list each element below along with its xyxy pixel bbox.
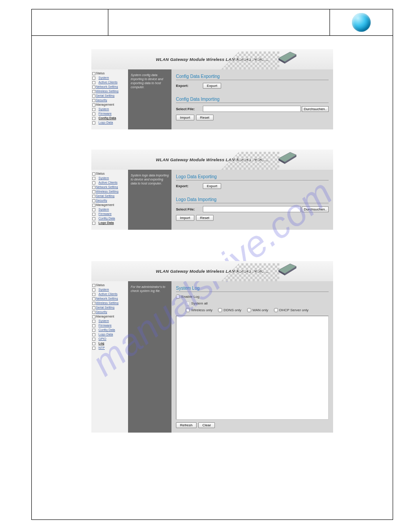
reset-button[interactable]: Reset — [196, 215, 214, 221]
nav-active-clients[interactable]: Active Clients — [98, 81, 117, 84]
svg-marker-10 — [221, 263, 279, 281]
import-button[interactable]: Import — [176, 215, 194, 221]
nav-system[interactable]: System — [98, 76, 109, 79]
nav-mgmt-system[interactable]: System — [98, 107, 109, 111]
nav-sidebar: Status System Active Clients Network Set… — [91, 69, 128, 129]
browse-button[interactable]: Durchsuchen.. — [302, 106, 329, 112]
reset-button[interactable]: Reset — [196, 115, 214, 120]
nav-logo-data[interactable]: Logo Data — [98, 121, 113, 124]
section-title: Config Data Importing — [176, 97, 329, 103]
dhcp-only-checkbox[interactable]: DHCP Server only — [274, 308, 308, 312]
file-input[interactable] — [203, 106, 301, 112]
help-text: System config data importing to device a… — [128, 69, 171, 129]
export-button[interactable]: Export — [203, 183, 221, 189]
frame-header — [32, 9, 393, 36]
enable-log-checkbox[interactable]: Enable Log — [176, 295, 199, 299]
refresh-button[interactable]: Refresh — [176, 422, 197, 428]
wireless-only-checkbox[interactable]: Wireless only — [186, 308, 213, 312]
screenshot-config-data: WLAN Gateway Module Wireless LAN Access … — [91, 49, 333, 129]
nav-logo-data[interactable]: Logo Data — [98, 221, 114, 224]
nav-firmware[interactable]: Firmware — [98, 112, 111, 115]
nav-security[interactable]: Security — [96, 99, 107, 102]
export-button[interactable]: Export — [203, 83, 221, 89]
screenshot-logo-data: WLAN Gateway Module Wireless LAN Access … — [91, 150, 333, 230]
nav-wireless-setting[interactable]: Wireless Setting — [96, 90, 119, 93]
clear-button[interactable]: Clear — [198, 422, 215, 428]
nav-log[interactable]: Log — [98, 342, 104, 345]
import-button[interactable]: Import — [176, 115, 194, 120]
log-textarea[interactable] — [176, 316, 329, 420]
nav-serial-setting[interactable]: Serial Setting — [96, 94, 115, 97]
logo-orb-icon — [352, 13, 371, 32]
system-all-checkbox[interactable]: System all — [186, 301, 208, 305]
file-input[interactable] — [203, 206, 301, 212]
section-title: Config Data Exporting — [176, 74, 329, 80]
ddns-only-checkbox[interactable]: DDNS only — [218, 308, 241, 312]
svg-marker-2 — [221, 51, 279, 69]
document-frame: manualshive.com WLAN Gateway Module Wire… — [31, 9, 393, 520]
browse-button[interactable]: Durchsuchen.. — [302, 206, 329, 212]
nav-config-data[interactable]: Config Data — [98, 116, 116, 120]
wan-only-checkbox[interactable]: WAN only — [247, 308, 268, 312]
nav-network-setting[interactable]: Network Setting — [96, 85, 118, 88]
svg-marker-6 — [221, 152, 279, 170]
screenshot-system-log: WLAN Gateway Module Wireless LAN Access … — [91, 261, 333, 433]
